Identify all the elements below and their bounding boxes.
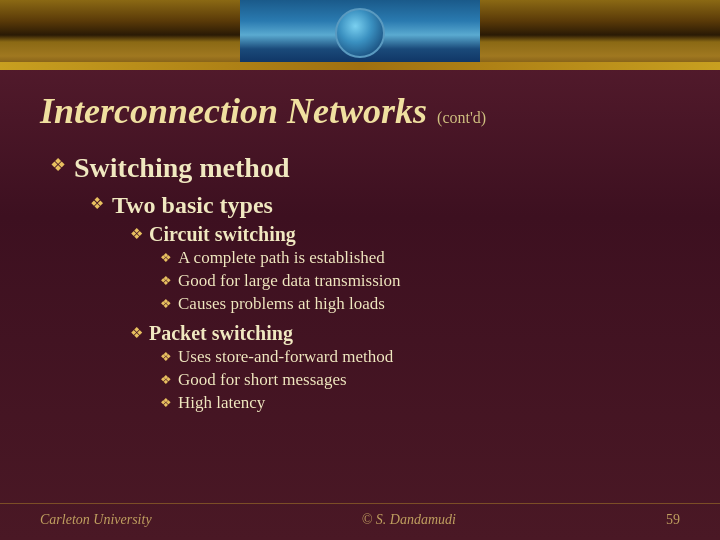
diamond-icon-pb2: ❖ [160,372,172,388]
packet-bullet-3: ❖ High latency [160,393,680,413]
diamond-icon-4: ❖ [130,324,143,342]
slide: Interconnection Networks (cont'd) ❖ Swit… [0,0,720,540]
footer-university: Carleton University [40,512,152,528]
circuit-bullet-2: ❖ Good for large data transmission [160,271,680,291]
circuit-bullets: ❖ A complete path is established ❖ Good … [130,248,680,314]
packet-bullet-3-text: High latency [178,393,265,413]
banner-stripe [0,62,720,70]
circuit-switching-label: Circuit switching [149,223,296,246]
packet-switching-label: Packet switching [149,322,293,345]
diamond-icon-pb1: ❖ [160,349,172,365]
diamond-icon-3: ❖ [130,225,143,243]
footer-copyright: © S. Dandamudi [362,512,456,528]
diamond-icon-pb3: ❖ [160,395,172,411]
banner-right [480,0,720,70]
main-content: Interconnection Networks (cont'd) ❖ Swit… [0,70,720,503]
two-basic-types-label: Two basic types [112,192,273,219]
circuit-bullet-3: ❖ Causes problems at high loads [160,294,680,314]
title-row: Interconnection Networks (cont'd) [40,90,680,132]
bullet-section: ❖ Switching method ❖ Two basic types ❖ C… [40,152,680,493]
diamond-icon-cb1: ❖ [160,250,172,266]
circuit-switching-section: ❖ Circuit switching ❖ A complete path is… [90,223,680,314]
circuit-bullet-3-text: Causes problems at high loads [178,294,385,314]
globe-icon [335,8,385,58]
banner-left [0,0,240,70]
level2-types: ❖ Two basic types [90,192,680,219]
packet-bullet-1: ❖ Uses store-and-forward method [160,347,680,367]
page-title: Interconnection Networks [40,90,427,132]
diamond-icon-1: ❖ [50,154,66,176]
level1-switching: ❖ Switching method [50,152,680,184]
diamond-icon-cb3: ❖ [160,296,172,312]
banner-center [240,0,480,70]
packet-bullet-2-text: Good for short messages [178,370,347,390]
circuit-switching-header: ❖ Circuit switching [130,223,680,246]
footer: Carleton University © S. Dandamudi 59 [0,503,720,540]
packet-switching-section: ❖ Packet switching ❖ Uses store-and-forw… [90,322,680,413]
title-contd: (cont'd) [437,109,486,127]
circuit-bullet-1-text: A complete path is established [178,248,385,268]
packet-bullet-2: ❖ Good for short messages [160,370,680,390]
packet-switching-header: ❖ Packet switching [130,322,680,345]
circuit-bullet-2-text: Good for large data transmission [178,271,401,291]
circuit-bullet-1: ❖ A complete path is established [160,248,680,268]
footer-page-number: 59 [666,512,680,528]
top-banner [0,0,720,70]
switching-method-label: Switching method [74,152,289,184]
diamond-icon-2: ❖ [90,194,104,213]
packet-bullets: ❖ Uses store-and-forward method ❖ Good f… [130,347,680,413]
level2-container: ❖ Two basic types ❖ Circuit switching ❖ … [50,192,680,413]
diamond-icon-cb2: ❖ [160,273,172,289]
packet-bullet-1-text: Uses store-and-forward method [178,347,393,367]
